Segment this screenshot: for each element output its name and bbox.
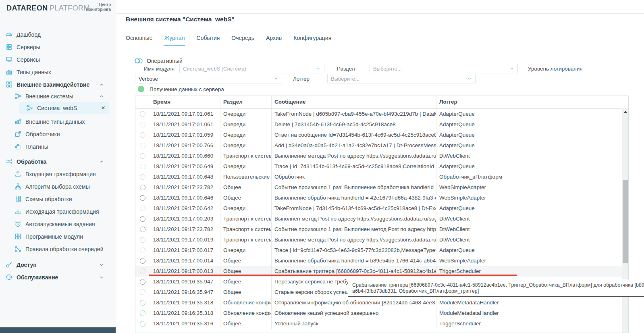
- chevron-up-icon[interactable]: [99, 82, 104, 87]
- table-row[interactable]: 18/11/2021 09:17:00.648Пользовательские …: [135, 172, 628, 182]
- row-status-circle[interactable]: [140, 321, 145, 327]
- sidebar-item-incoming-transformation[interactable]: Входящая трансформация: [0, 168, 116, 180]
- sidebar-item-external-interaction[interactable]: Внешнее взаимодействие: [0, 78, 116, 91]
- cell-message: Выполнение обработчика handlerId = b89e5…: [272, 256, 436, 266]
- row-status-cell: [135, 182, 150, 193]
- sidebar-item-processing[interactable]: Обработка: [0, 155, 116, 168]
- tab-queue[interactable]: Очередь: [231, 34, 255, 46]
- row-status-circle[interactable]: [140, 216, 145, 222]
- sidebar-item-queue-rules[interactable]: Правила обработки очередей: [0, 243, 116, 255]
- row-status-circle[interactable]: [140, 279, 145, 285]
- table-row[interactable]: 18/11/2021 09:17:00.203Транспорт к систе…: [135, 214, 628, 224]
- chevron-down-icon[interactable]: [99, 262, 104, 268]
- row-status-circle[interactable]: [140, 195, 145, 201]
- cell-message: TakeFromNode | d605b897-cba9-455e-a70e-b…: [272, 109, 436, 119]
- row-status-circle[interactable]: [140, 300, 145, 306]
- log-level-select[interactable]: Verbose: [135, 74, 282, 83]
- table-row[interactable]: 18/11/2021 09:17:00.642ОчередиTakeFromNo…: [135, 203, 628, 214]
- row-status-circle[interactable]: [140, 153, 145, 159]
- row-status-circle[interactable]: [140, 174, 145, 180]
- scrollbar-thumb[interactable]: [623, 180, 628, 263]
- external-systems-icon: [25, 104, 33, 112]
- row-status-circle[interactable]: [140, 132, 145, 138]
- toggle-icon[interactable]: [134, 57, 143, 65]
- row-status-circle[interactable]: [140, 122, 145, 127]
- row-status-circle[interactable]: [140, 268, 145, 274]
- chevron-down-icon[interactable]: [99, 275, 104, 280]
- row-status-cell: [135, 203, 150, 214]
- external-data-types-icon: [14, 118, 22, 126]
- chevron-up-icon[interactable]: [99, 94, 104, 99]
- sidebar-item-schema-select-algorithm[interactable]: Алгоритм выбора схемы: [0, 180, 116, 193]
- table-row[interactable]: 18/11/2021 09:17:00.017ОчередиTrace | Id…: [135, 245, 628, 256]
- header-section[interactable]: Раздел: [220, 96, 272, 108]
- sidebar-item-handlers[interactable]: Обработчики: [0, 128, 116, 140]
- tab-events[interactable]: События: [196, 34, 220, 46]
- table-row[interactable]: 18/11/2021 09:17:00.014ОбщееВыполнение о…: [135, 256, 628, 266]
- sidebar-item-label: Внешние типы данных: [25, 119, 85, 125]
- table-row[interactable]: 18/11/2021 09:17:01.061ОчередиTakeFromNo…: [135, 109, 628, 119]
- sidebar-item-maintenance[interactable]: Обслуживание: [0, 271, 116, 283]
- sidebar-item-data-types[interactable]: Типы данных: [0, 66, 116, 78]
- queue-rules-icon: [14, 245, 22, 253]
- header-logger[interactable]: Логгер: [436, 96, 628, 108]
- row-status-circle[interactable]: [140, 248, 145, 253]
- sidebar-item-external-systems[interactable]: Внешние системы: [0, 91, 116, 102]
- row-status-circle[interactable]: [140, 227, 145, 232]
- tab-main[interactable]: Основные: [125, 34, 153, 46]
- row-status-circle[interactable]: [140, 185, 145, 190]
- cell-section: Транспорт к систем: [220, 224, 272, 235]
- cell-time: 18/11/2021 09:17:00.203: [150, 214, 220, 224]
- sidebar-item-auto-tasks[interactable]: Автозапускаемые задания: [0, 218, 116, 230]
- row-status-circle[interactable]: [140, 310, 145, 316]
- sidebar-item-servers[interactable]: Серверы: [0, 41, 116, 53]
- operational-toggle[interactable]: Оперативный: [134, 57, 183, 65]
- table-row[interactable]: 18/11/2021 09:16:35.318Обновление конфиО…: [135, 308, 628, 318]
- table-row[interactable]: 18/11/2021 09:16:35.318Обновление конфиО…: [135, 298, 628, 308]
- sidebar-item-dashboard[interactable]: Дашборд: [0, 28, 116, 41]
- row-status-circle[interactable]: [140, 143, 145, 148]
- log-table: Время Раздел Сообщение Логгер 18/11/2021…: [135, 96, 629, 333]
- row-status-circle[interactable]: [140, 237, 145, 243]
- tab-configuration[interactable]: Конфигурация: [293, 34, 332, 46]
- sidebar-item-services[interactable]: Сервисы: [0, 53, 116, 66]
- row-status-circle[interactable]: [140, 206, 145, 211]
- scroll-up-icon[interactable]: [624, 111, 627, 113]
- sidebar-item-plugins[interactable]: Плагины: [0, 140, 116, 153]
- header-time[interactable]: Время: [150, 96, 220, 108]
- sidebar-item-processing-schemas[interactable]: Схемы обработки: [0, 193, 116, 205]
- close-icon[interactable]: ×: [101, 104, 105, 111]
- chevron-up-icon[interactable]: [99, 159, 104, 164]
- table-row[interactable]: 18/11/2021 09:17:00.646ОбщееВыполнение о…: [135, 193, 628, 203]
- sidebar-item-label: Типы данных: [17, 69, 51, 75]
- sidebar-item-label: Алгоритм выбора схемы: [25, 183, 90, 190]
- row-status-circle[interactable]: [140, 111, 145, 117]
- cell-section: Обновление конфи: [220, 308, 272, 318]
- header-message[interactable]: Сообщение: [272, 96, 436, 108]
- row-status-circle[interactable]: [140, 258, 145, 264]
- sidebar-item-program-modules[interactable]: Программные модули: [0, 230, 116, 243]
- tab-archive[interactable]: Архив: [266, 34, 282, 46]
- row-status-cell: [135, 109, 150, 119]
- table-row[interactable]: 18/11/2021 09:17:01.061ОчередиDelete | 7…: [135, 119, 628, 130]
- module-name-select[interactable]: Система_webS (Система): [179, 64, 324, 73]
- table-scrollbar[interactable]: [622, 108, 628, 333]
- logger-select[interactable]: Выберите...: [327, 74, 476, 83]
- table-row[interactable]: 18/11/2021 09:17:00.019Транспорт к систе…: [135, 235, 628, 245]
- sidebar-item-outgoing-transformation[interactable]: Исходящая трансформация: [0, 205, 116, 218]
- sidebar-item-access[interactable]: Доступ: [0, 258, 116, 271]
- table-row[interactable]: 18/11/2021 09:17:23.782ОбщееСобытие прои…: [135, 182, 628, 193]
- table-row[interactable]: 18/11/2021 09:17:00.660Транспорт к систе…: [135, 151, 628, 161]
- table-row[interactable]: 18/11/2021 09:17:00.766ОчередиAdd | d34e…: [135, 140, 628, 151]
- table-row[interactable]: 18/11/2021 09:16:35.316ОбщееУспешный зап…: [135, 318, 628, 329]
- table-row[interactable]: 18/11/2021 09:17:00.649ОчередиTrace | Id…: [135, 161, 628, 172]
- sidebar-item-external-data-types[interactable]: Внешние типы данных: [0, 115, 116, 128]
- sidebar-item-system-webs[interactable]: Система_webS×: [19, 102, 109, 114]
- tab-journal[interactable]: Журнал: [164, 34, 185, 46]
- table-row[interactable]: 18/11/2021 09:17:01.059ОчередиОтвет на с…: [135, 130, 628, 140]
- row-status-circle[interactable]: [140, 289, 145, 295]
- row-status-cell: [135, 308, 150, 318]
- row-status-circle[interactable]: [140, 164, 145, 169]
- table-row[interactable]: 18/11/2021 09:17:23.782Транспорт к систе…: [135, 224, 628, 235]
- section-select[interactable]: Выберите...: [370, 64, 518, 73]
